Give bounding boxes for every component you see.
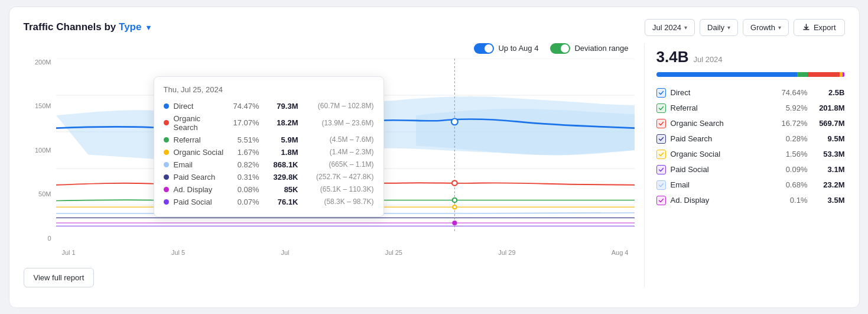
- legend-val: 53.3M: [812, 150, 845, 158]
- legend-checkbox[interactable]: [656, 119, 666, 128]
- legend-item[interactable]: Referral 5.92% 201.8M: [656, 101, 845, 116]
- title-type[interactable]: Type: [119, 21, 141, 33]
- header-controls: Jul 2024 ▾ Daily ▾ Growth ▾ Export: [645, 19, 845, 36]
- summary-header: 3.4B Jul 2024: [656, 48, 845, 66]
- legend-pct: 0.09%: [779, 165, 808, 174]
- tooltip-val: 329.8K: [264, 173, 298, 182]
- chart-area: 200M 150M 100M 50M 0: [24, 59, 635, 260]
- interval-filter-label: Daily: [707, 23, 724, 32]
- legend-checkbox[interactable]: [656, 180, 666, 190]
- deviation-toggle[interactable]: Deviation range: [550, 43, 628, 54]
- tooltip-val: 76.1K: [264, 198, 298, 206]
- tooltip-pct: 1.67%: [230, 148, 259, 157]
- deviation-label: Deviation range: [574, 44, 628, 53]
- legend-name: Referral: [671, 103, 775, 112]
- metric-filter-chevron: ▾: [778, 24, 781, 31]
- date-filter-button[interactable]: Jul 2024 ▾: [645, 19, 695, 36]
- tooltip-row: Organic Social 1.67% 1.8M (1.4M – 2.3M): [164, 146, 374, 158]
- export-icon: [802, 24, 810, 31]
- tooltip-pct: 0.08%: [230, 185, 259, 194]
- tooltip-range: (58.3K – 98.7K): [303, 198, 374, 206]
- legend-checkbox[interactable]: [656, 196, 666, 205]
- bar-segment: [843, 72, 845, 77]
- tooltip-name: Direct: [174, 102, 225, 111]
- tooltip-dot: [164, 199, 169, 205]
- legend-val: 201.8M: [812, 103, 845, 112]
- tooltip-range: (665K – 1.1M): [303, 160, 374, 169]
- legend-item[interactable]: Email 0.68% 23.2M: [656, 177, 845, 193]
- tooltip-pct: 17.07%: [230, 118, 259, 127]
- up-to-toggle[interactable]: Up to Aug 4: [474, 43, 538, 54]
- legend-checkbox[interactable]: [656, 88, 666, 98]
- x-axis: Jul 1 Jul 5 Jul Jul 25 Jul 29 Aug 4: [56, 245, 635, 260]
- bar-breakdown: [656, 72, 845, 77]
- tooltip-val: 868.1K: [264, 160, 298, 169]
- legend-name: Ad. Display: [671, 196, 775, 205]
- title-type-chevron[interactable]: ▾: [147, 23, 151, 32]
- legend-checkbox[interactable]: [656, 134, 666, 144]
- y-axis: 200M 150M 100M 50M 0: [24, 59, 56, 242]
- legend-name: Direct: [671, 88, 775, 97]
- referral-dot: [452, 198, 457, 202]
- interval-filter-button[interactable]: Daily ▾: [700, 19, 738, 36]
- tooltip-dot: [164, 103, 169, 109]
- legend-item[interactable]: Ad. Display 0.1% 3.5M: [656, 193, 845, 208]
- tooltip-range: (13.9M – 23.6M): [303, 119, 374, 127]
- up-to-switch[interactable]: [474, 43, 494, 54]
- tooltip-row: Direct 74.47% 79.3M (60.7M – 102.8M): [164, 100, 374, 112]
- x-label-jul10: Jul: [281, 249, 289, 256]
- legend-name: Paid Search: [671, 134, 775, 143]
- legend-item[interactable]: Paid Search 0.28% 9.5M: [656, 131, 845, 147]
- y-label-150m: 150M: [24, 102, 56, 109]
- legend-checkbox[interactable]: [656, 165, 666, 174]
- interval-filter-chevron: ▾: [727, 24, 730, 31]
- main-content: Up to Aug 4 Deviation range 200M 150M 10…: [24, 43, 845, 287]
- legend-checkbox[interactable]: [656, 103, 666, 113]
- tooltip-dot: [164, 162, 169, 167]
- main-card: Traffic Channels by Type ▾ Jul 2024 ▾ Da…: [9, 7, 860, 308]
- tooltip-dot: [164, 137, 169, 143]
- legend-pct: 1.56%: [779, 150, 808, 158]
- legend-val: 569.7M: [812, 119, 845, 128]
- tooltip-row: Referral 5.51% 5.9M (4.5M – 7.6M): [164, 134, 374, 146]
- tooltip-name: Paid Search: [174, 173, 225, 182]
- metric-filter-button[interactable]: Growth ▾: [743, 19, 789, 36]
- tooltip-range: (4.5M – 7.6M): [303, 135, 374, 144]
- tooltip-range: (65.1K – 110.3K): [303, 185, 374, 193]
- tooltip-dot: [164, 120, 169, 125]
- legend-item[interactable]: Direct 74.64% 2.5B: [656, 85, 845, 101]
- y-label-0: 0: [24, 235, 56, 242]
- date-filter-label: Jul 2024: [652, 23, 681, 32]
- legend-val: 3.1M: [812, 165, 845, 174]
- legend-item[interactable]: Organic Search 16.72% 569.7M: [656, 116, 845, 131]
- card-title: Traffic Channels by Type ▾: [24, 21, 151, 33]
- bar-segment: [656, 72, 797, 77]
- deviation-switch[interactable]: [550, 43, 570, 54]
- x-label-jul25: Jul 25: [385, 249, 402, 256]
- tooltip-row: Email 0.82% 868.1K (665K – 1.1M): [164, 158, 374, 171]
- right-panel: 3.4B Jul 2024 Direct 74.64% 2.5B Referra…: [644, 43, 845, 287]
- view-report-button[interactable]: View full report: [24, 268, 95, 287]
- tooltip-row: Ad. Display 0.08% 85K (65.1K – 110.3K): [164, 183, 374, 196]
- summary-value: 3.4B: [656, 48, 689, 66]
- legend-pct: 74.64%: [779, 88, 808, 97]
- tooltip-rows: Direct 74.47% 79.3M (60.7M – 102.8M) Org…: [164, 100, 374, 208]
- export-button[interactable]: Export: [794, 19, 845, 36]
- tooltip-range: (60.7M – 102.8M): [303, 102, 374, 110]
- legend-checkbox[interactable]: [656, 150, 666, 159]
- y-label-200m: 200M: [24, 59, 56, 66]
- legend-item[interactable]: Organic Social 1.56% 53.3M: [656, 147, 845, 162]
- tooltip-name: Organic Search: [174, 114, 225, 132]
- tooltip-dot: [164, 187, 169, 192]
- y-label-100m: 100M: [24, 147, 56, 154]
- tooltip-name: Referral: [174, 135, 225, 144]
- legend-pct: 0.28%: [779, 134, 808, 143]
- tooltip-pct: 0.82%: [230, 160, 259, 169]
- tooltip-row: Organic Search 17.07% 18.2M (13.9M – 23.…: [164, 112, 374, 134]
- ad-display-dot: [453, 221, 457, 224]
- y-label-50m: 50M: [24, 190, 56, 198]
- legend-item[interactable]: Paid Social 0.09% 3.1M: [656, 162, 845, 177]
- tooltip-val: 79.3M: [264, 102, 298, 111]
- legend-val: 3.5M: [812, 196, 845, 205]
- title-text: Traffic Channels by: [24, 21, 119, 33]
